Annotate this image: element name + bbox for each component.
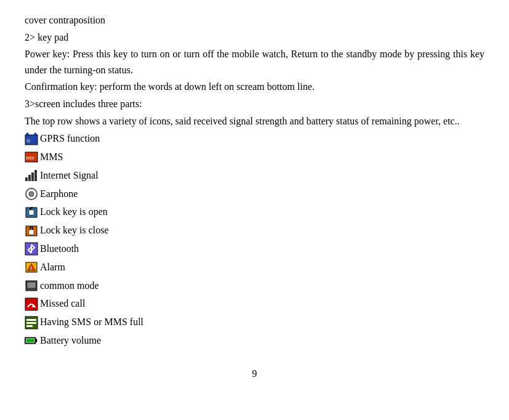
lock-close-icon	[25, 224, 38, 238]
svg-rect-9	[34, 170, 37, 181]
alarm-icon: !	[25, 260, 38, 274]
mms-line: MM MMS	[25, 148, 484, 166]
page-number: 9	[25, 368, 484, 379]
screen-3-line: 3>screen includes three parts:	[25, 96, 484, 112]
gprs-label: GPRS function	[40, 130, 100, 148]
missed-call-label: Missed call	[40, 295, 85, 313]
battery-line: Battery volume	[25, 332, 484, 350]
gprs-icon: G	[25, 132, 38, 146]
svg-rect-7	[28, 175, 31, 181]
svg-rect-29	[35, 339, 37, 343]
svg-rect-28	[26, 339, 34, 343]
page-content: cover contraposition 2> key pad Power ke…	[25, 12, 484, 379]
svg-text:G: G	[26, 138, 30, 143]
svg-rect-21	[27, 282, 36, 288]
lock-open-label: Lock key is open	[40, 203, 108, 221]
keypad-line: 2> key pad	[25, 30, 484, 46]
battery-icon	[25, 334, 38, 347]
mms-label: MMS	[40, 148, 63, 166]
internet-line: Internet Signal	[25, 167, 484, 185]
earphone-label: Earphone	[40, 185, 78, 203]
top-row-line: The top row shows a variety of icons, sa…	[25, 113, 484, 129]
power-key-line: Power key: Press this key to turn on or …	[25, 46, 484, 78]
battery-label: Battery volume	[40, 332, 101, 350]
svg-point-11	[29, 192, 34, 196]
missed-call-icon	[25, 297, 38, 311]
internet-label: Internet Signal	[40, 167, 98, 185]
earphone-icon	[25, 187, 38, 201]
bluetooth-line: Bluetooth	[25, 240, 484, 258]
cover-line: cover contraposition	[25, 12, 484, 28]
svg-rect-24	[26, 319, 36, 321]
internet-icon	[25, 169, 38, 182]
alarm-label: Alarm	[40, 259, 65, 277]
gprs-line: G GPRS function	[25, 130, 484, 148]
bluetooth-label: Bluetooth	[40, 240, 79, 258]
svg-rect-8	[31, 172, 34, 181]
svg-rect-2	[34, 133, 36, 135]
mms-icon: MM	[25, 150, 38, 164]
sms-full-line: Having SMS or MMS full	[25, 313, 484, 331]
svg-text:!: !	[30, 265, 32, 272]
common-mode-line: common mode	[25, 277, 484, 295]
svg-rect-1	[26, 133, 28, 135]
lock-open-line: Lock key is open	[25, 203, 484, 221]
svg-text:MM: MM	[26, 155, 34, 161]
lock-open-icon	[25, 206, 38, 219]
svg-rect-15	[29, 230, 34, 235]
svg-rect-6	[25, 177, 28, 181]
missed-call-line: Missed call	[25, 295, 484, 313]
earphone-line: Earphone	[25, 185, 484, 203]
svg-rect-25	[26, 322, 36, 324]
lock-close-line: Lock key is close	[25, 222, 484, 240]
common-mode-label: common mode	[40, 277, 99, 295]
svg-rect-13	[29, 210, 34, 215]
svg-rect-26	[26, 325, 33, 327]
lock-close-label: Lock key is close	[40, 222, 109, 240]
alarm-line: ! Alarm	[25, 259, 484, 277]
sms-full-label: Having SMS or MMS full	[40, 313, 143, 331]
sms-full-icon	[25, 316, 38, 329]
bluetooth-icon	[25, 242, 38, 256]
common-mode-icon	[25, 279, 38, 293]
confirm-key-line: Confirmation key: perform the words at d…	[25, 79, 484, 95]
